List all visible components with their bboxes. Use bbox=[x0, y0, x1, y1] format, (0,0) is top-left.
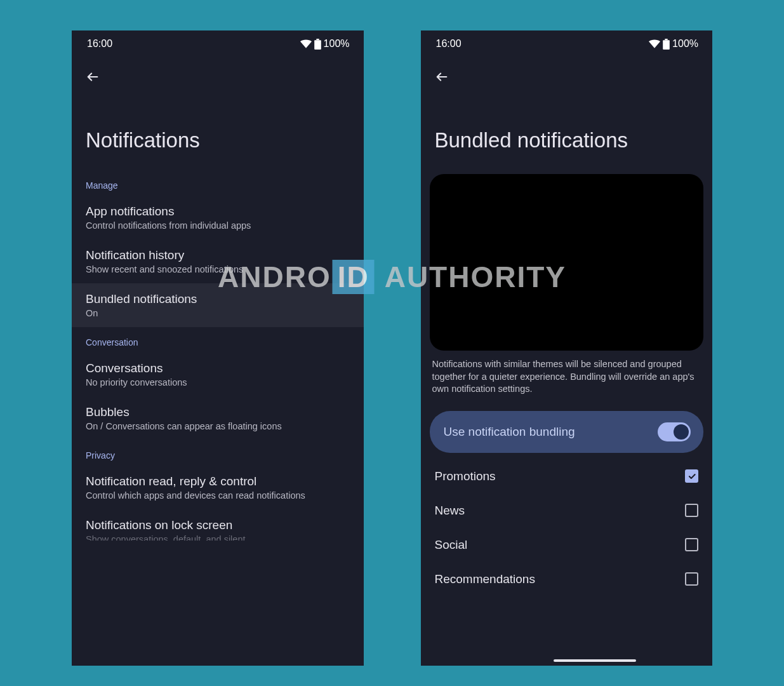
hero-image-placeholder bbox=[430, 174, 704, 351]
status-battery-pct: 100% bbox=[324, 38, 350, 50]
svg-rect-0 bbox=[316, 39, 319, 40]
status-time: 16:00 bbox=[87, 38, 112, 50]
svg-rect-3 bbox=[663, 40, 670, 50]
battery-icon bbox=[663, 39, 670, 50]
status-bar: 16:00 100% bbox=[72, 30, 364, 53]
item-subtitle: On / Conversations can appear as floatin… bbox=[86, 421, 350, 431]
section-header: Manage bbox=[72, 170, 364, 196]
settings-item[interactable]: Notification read, reply & controlContro… bbox=[72, 466, 364, 509]
item-title: Bubbles bbox=[86, 405, 350, 419]
toggle-label: Use notification bundling bbox=[444, 425, 575, 439]
battery-icon bbox=[314, 39, 321, 50]
status-right: 100% bbox=[300, 38, 350, 50]
settings-item[interactable]: ConversationsNo priority conversations bbox=[72, 353, 364, 396]
item-subtitle: No priority conversations bbox=[86, 377, 350, 387]
checkbox-unchecked-icon[interactable] bbox=[685, 538, 698, 551]
use-bundling-toggle[interactable]: Use notification bundling bbox=[430, 411, 704, 453]
checkbox-checked-icon[interactable] bbox=[685, 469, 698, 483]
page-title: Bundled notifications bbox=[421, 94, 713, 170]
settings-item[interactable]: Notification historyShow recent and snoo… bbox=[72, 239, 364, 283]
item-title: Conversations bbox=[86, 361, 350, 375]
page-title: Notifications bbox=[72, 94, 364, 170]
switch-on bbox=[658, 422, 691, 441]
wifi-icon bbox=[300, 39, 312, 48]
settings-item[interactable]: App notificationsControl notifications f… bbox=[72, 196, 364, 239]
status-battery-pct: 100% bbox=[672, 38, 698, 50]
settings-item[interactable]: BubblesOn / Conversations can appear as … bbox=[72, 396, 364, 440]
section-header: Privacy bbox=[72, 440, 364, 466]
status-bar: 16:00 100% bbox=[421, 30, 713, 53]
back-button[interactable] bbox=[81, 65, 105, 89]
settings-item[interactable]: Notifications on lock screenShow convers… bbox=[72, 509, 364, 549]
item-subtitle: Show recent and snoozed notifications bbox=[86, 264, 350, 274]
category-row[interactable]: News bbox=[421, 494, 713, 528]
section-header: Conversation bbox=[72, 327, 364, 353]
arrow-left-icon bbox=[86, 70, 100, 84]
category-label: Recommendations bbox=[435, 572, 535, 586]
status-time: 16:00 bbox=[436, 38, 462, 50]
checkbox-unchecked-icon[interactable] bbox=[685, 572, 698, 586]
item-subtitle: Control notifications from individual ap… bbox=[86, 220, 350, 231]
item-subtitle: Control which apps and devices can read … bbox=[86, 490, 350, 501]
category-row[interactable]: Recommendations bbox=[421, 562, 713, 596]
item-title: Bundled notifications bbox=[86, 292, 350, 306]
item-subtitle: Show conversations, default, and silent bbox=[86, 534, 350, 541]
bundling-description: Notifications with similar themes will b… bbox=[421, 358, 713, 403]
phone-notifications: 16:00 100% Notifications ManageApp notif… bbox=[72, 30, 364, 666]
status-right: 100% bbox=[649, 38, 698, 50]
category-label: Social bbox=[435, 538, 468, 552]
nav-bar-indicator[interactable] bbox=[554, 659, 636, 662]
item-title: Notification read, reply & control bbox=[86, 474, 350, 488]
wifi-icon bbox=[649, 39, 660, 48]
toolbar bbox=[421, 53, 713, 94]
category-row[interactable]: Promotions bbox=[421, 459, 713, 494]
toolbar bbox=[72, 53, 364, 94]
item-title: Notification history bbox=[86, 248, 350, 262]
item-subtitle: On bbox=[86, 308, 350, 318]
checkbox-unchecked-icon[interactable] bbox=[685, 504, 698, 517]
arrow-left-icon bbox=[435, 70, 449, 84]
svg-rect-1 bbox=[314, 40, 321, 50]
phone-bundled: 16:00 100% Bundled notifications Notific… bbox=[421, 30, 713, 666]
category-label: News bbox=[435, 504, 465, 518]
item-title: App notifications bbox=[86, 205, 350, 219]
back-button[interactable] bbox=[430, 65, 454, 89]
svg-rect-2 bbox=[665, 39, 667, 40]
category-label: Promotions bbox=[435, 469, 496, 483]
category-row[interactable]: Social bbox=[421, 528, 713, 562]
item-title: Notifications on lock screen bbox=[86, 518, 350, 532]
settings-item[interactable]: Bundled notificationsOn bbox=[72, 283, 364, 327]
